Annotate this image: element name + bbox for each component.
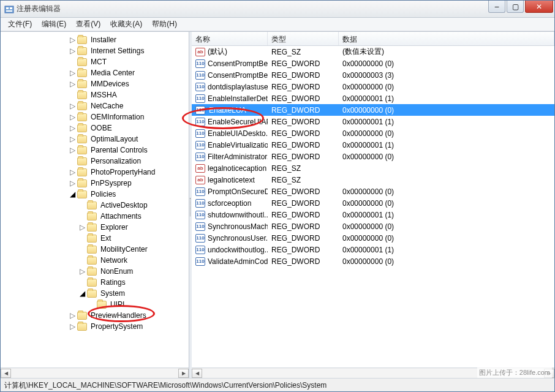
expand-toggle-icon[interactable]: ▷ xyxy=(79,224,86,231)
expand-toggle-icon[interactable]: ◢ xyxy=(79,290,86,297)
value-row[interactable]: 110ConsentPromptBe...REG_DWORD0x00000000… xyxy=(192,58,554,69)
value-row[interactable]: 110EnableLUAREG_DWORD0x00000000 (0) xyxy=(192,104,554,116)
titlebar[interactable]: 注册表编辑器 – ▢ ✕ xyxy=(1,1,554,18)
value-row[interactable]: 110undockwithoutlog...REG_DWORD0x0000000… xyxy=(192,244,554,255)
tree-item[interactable]: ▷Media Center xyxy=(1,67,189,78)
value-row[interactable]: 110PromptOnSecureD...REG_DWORD0x00000000… xyxy=(192,186,554,197)
expand-toggle-icon[interactable]: ▷ xyxy=(69,323,76,330)
value-row[interactable]: 110SynchronousUser...REG_DWORD0x00000000… xyxy=(192,232,554,244)
value-row[interactable]: ab(默认)REG_SZ(数值未设置) xyxy=(192,46,554,58)
value-data: 0x00000001 (1) xyxy=(339,211,554,219)
tree-item[interactable]: Personalization xyxy=(1,156,189,167)
expand-toggle-icon[interactable]: ▷ xyxy=(69,136,76,143)
expand-toggle-icon[interactable]: ▷ xyxy=(69,70,76,77)
tree-item[interactable]: ▷NetCache xyxy=(1,100,189,111)
tree-item[interactable]: ▷OOBE xyxy=(1,123,189,134)
tree-item[interactable]: Attachments xyxy=(1,211,189,222)
tree-label: Ratings xyxy=(99,278,127,287)
tree-item[interactable]: ▷OptimalLayout xyxy=(1,134,189,145)
value-row[interactable]: 110shutdownwithoutl...REG_DWORD0x0000000… xyxy=(192,209,554,221)
value-name: EnableInstallerDet... xyxy=(208,94,268,103)
col-data[interactable]: 数据 xyxy=(339,32,554,45)
folder-icon xyxy=(77,91,87,99)
tree-label: UIPI xyxy=(109,300,126,309)
expand-toggle-icon[interactable]: ◢ xyxy=(69,191,76,198)
value-data: 0x00000000 (0) xyxy=(339,234,554,243)
scroll-left-icon[interactable]: ◀ xyxy=(1,369,11,378)
expand-toggle-icon[interactable]: ▷ xyxy=(69,180,76,187)
tree-item[interactable]: ▷PnPSysprep xyxy=(1,178,189,189)
expand-toggle-icon[interactable]: ▷ xyxy=(69,125,76,132)
value-row[interactable]: ablegalnoticetextREG_SZ xyxy=(192,174,554,186)
tree-item[interactable]: ▷PropertySystem xyxy=(1,321,189,332)
close-button[interactable]: ✕ xyxy=(525,1,553,13)
tree-item[interactable]: ▷Installer xyxy=(1,34,189,45)
folder-icon xyxy=(77,179,87,187)
expand-toggle-icon[interactable]: ▷ xyxy=(69,169,76,176)
value-row[interactable]: 110ConsentPromptBe...REG_DWORD0x00000003… xyxy=(192,69,554,81)
scroll-left-icon[interactable]: ◀ xyxy=(192,369,202,378)
folder-icon xyxy=(77,135,87,143)
tree-item[interactable]: ▷Parental Controls xyxy=(1,145,189,156)
value-row[interactable]: 110scforceoptionREG_DWORD0x00000000 (0) xyxy=(192,197,554,209)
tree-item[interactable]: ▷Internet Settings xyxy=(1,45,189,56)
value-type: REG_DWORD xyxy=(268,257,339,266)
value-list[interactable]: ab(默认)REG_SZ(数值未设置)110ConsentPromptBe...… xyxy=(192,46,554,368)
value-name: FilterAdministrator... xyxy=(208,153,268,161)
value-row[interactable]: ablegalnoticecaptionREG_SZ xyxy=(192,162,554,174)
expand-toggle-icon[interactable]: ▷ xyxy=(79,268,86,275)
value-row[interactable]: 110EnableVirtualizationREG_DWORD0x000000… xyxy=(192,139,554,151)
folder-icon xyxy=(77,80,87,88)
tree-item[interactable]: Network xyxy=(1,255,189,266)
tree-item[interactable]: ▷NonEnum xyxy=(1,266,189,277)
menu-help[interactable]: 帮助(H) xyxy=(147,18,182,31)
tree-item[interactable]: ▷PhotoPropertyHand xyxy=(1,167,189,178)
tree-label: Media Center xyxy=(89,69,136,77)
value-row[interactable]: 110FilterAdministrator...REG_DWORD0x0000… xyxy=(192,151,554,162)
menu-fav[interactable]: 收藏夹(A) xyxy=(105,18,147,31)
tree-hscroll[interactable]: ◀ ▶ xyxy=(1,368,189,378)
regdword-icon: 110 xyxy=(195,118,205,126)
tree-item[interactable]: ▷PreviewHandlers xyxy=(1,310,189,321)
folder-icon xyxy=(77,312,87,320)
expand-toggle-icon[interactable]: ▷ xyxy=(69,147,76,154)
tree-item[interactable]: ◢System xyxy=(1,288,189,299)
tree-item[interactable]: MSSHA xyxy=(1,89,189,100)
expand-toggle-icon[interactable]: ▷ xyxy=(69,312,76,319)
tree-item[interactable]: ▷MMDevices xyxy=(1,78,189,89)
menu-file[interactable]: 文件(F) xyxy=(3,18,37,31)
value-row[interactable]: 110dontdisplaylastuse...REG_DWORD0x00000… xyxy=(192,81,554,92)
scroll-right-icon[interactable]: ▶ xyxy=(178,369,189,378)
menu-view[interactable]: 查看(V) xyxy=(71,18,105,31)
tree-item[interactable]: Ext xyxy=(1,233,189,244)
tree-item[interactable]: ▷OEMInformation xyxy=(1,111,189,123)
tree-item[interactable]: ◢Policies xyxy=(1,189,189,200)
minimize-button[interactable]: – xyxy=(488,1,505,13)
regdword-icon: 110 xyxy=(195,94,205,103)
tree-item[interactable]: ▷Explorer xyxy=(1,222,189,233)
expand-toggle-icon[interactable]: ▷ xyxy=(69,103,76,110)
expand-toggle-icon[interactable]: ▷ xyxy=(69,48,76,55)
tree-label: PreviewHandlers xyxy=(89,311,148,320)
value-row[interactable]: 110SynchronousMach...REG_DWORD0x00000000… xyxy=(192,221,554,232)
tree-item[interactable]: MobilityCenter xyxy=(1,244,189,255)
registry-tree[interactable]: ▷Installer▷Internet SettingsMCT▷Media Ce… xyxy=(1,32,189,368)
expand-toggle-icon[interactable]: ▷ xyxy=(69,81,76,88)
value-name: ConsentPromptBe... xyxy=(208,71,268,80)
expand-toggle-icon[interactable]: ▷ xyxy=(69,114,76,121)
tree-item[interactable]: MCT xyxy=(1,56,189,67)
value-row[interactable]: 110ValidateAdminCod...REG_DWORD0x0000000… xyxy=(192,255,554,267)
value-row[interactable]: 110EnableSecureUIAP...REG_DWORD0x0000000… xyxy=(192,116,554,127)
scroll-track[interactable] xyxy=(11,369,178,378)
tree-item[interactable]: UIPI xyxy=(1,299,189,310)
maximize-button[interactable]: ▢ xyxy=(507,1,524,13)
tree-item[interactable]: Ratings xyxy=(1,277,189,288)
tree-item[interactable]: ActiveDesktop xyxy=(1,200,189,211)
col-name[interactable]: 名称 xyxy=(192,32,268,45)
expand-toggle-icon[interactable]: ▷ xyxy=(69,37,76,43)
folder-icon xyxy=(77,36,87,44)
col-type[interactable]: 类型 xyxy=(268,32,339,45)
menu-edit[interactable]: 编辑(E) xyxy=(37,18,71,31)
value-row[interactable]: 110EnableUIADeskto...REG_DWORD0x00000000… xyxy=(192,127,554,139)
value-row[interactable]: 110EnableInstallerDet...REG_DWORD0x00000… xyxy=(192,92,554,104)
